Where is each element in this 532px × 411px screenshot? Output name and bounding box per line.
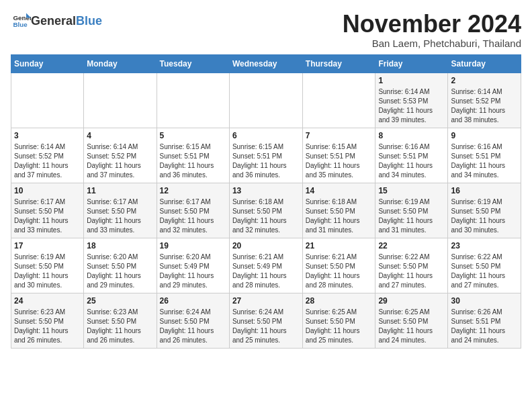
day-content: Sunrise: 6:23 AM Sunset: 5:50 PM Dayligh… bbox=[87, 308, 153, 345]
calendar-cell bbox=[302, 73, 375, 128]
day-number: 25 bbox=[87, 296, 153, 306]
day-number: 10 bbox=[14, 186, 81, 195]
day-content: Sunrise: 6:18 AM Sunset: 5:50 PM Dayligh… bbox=[232, 197, 300, 235]
location: Ban Laem, Phetchaburi, Thailand bbox=[343, 38, 521, 49]
day-number: 12 bbox=[160, 186, 226, 195]
day-number: 17 bbox=[14, 241, 81, 250]
day-number: 16 bbox=[451, 186, 518, 195]
day-number: 15 bbox=[378, 186, 445, 195]
day-number: 20 bbox=[232, 241, 300, 250]
day-content: Sunrise: 6:26 AM Sunset: 5:51 PM Dayligh… bbox=[451, 308, 518, 345]
day-content: Sunrise: 6:15 AM Sunset: 5:51 PM Dayligh… bbox=[306, 142, 373, 180]
calendar-cell: 8Sunrise: 6:16 AM Sunset: 5:51 PM Daylig… bbox=[375, 128, 448, 183]
day-content: Sunrise: 6:20 AM Sunset: 5:50 PM Dayligh… bbox=[87, 253, 153, 290]
day-content: Sunrise: 6:17 AM Sunset: 5:50 PM Dayligh… bbox=[14, 197, 81, 235]
calendar-cell: 1Sunrise: 6:14 AM Sunset: 5:53 PM Daylig… bbox=[375, 73, 448, 128]
day-content: Sunrise: 6:21 AM Sunset: 5:49 PM Dayligh… bbox=[232, 253, 300, 290]
day-content: Sunrise: 6:23 AM Sunset: 5:50 PM Dayligh… bbox=[14, 308, 81, 345]
month-title: November 2024 bbox=[343, 11, 521, 38]
day-number: 29 bbox=[378, 296, 445, 306]
calendar-cell: 30Sunrise: 6:26 AM Sunset: 5:51 PM Dayli… bbox=[448, 293, 521, 348]
calendar-cell: 21Sunrise: 6:21 AM Sunset: 5:50 PM Dayli… bbox=[302, 238, 375, 293]
day-content: Sunrise: 6:16 AM Sunset: 5:51 PM Dayligh… bbox=[378, 142, 445, 180]
calendar-cell: 29Sunrise: 6:25 AM Sunset: 5:50 PM Dayli… bbox=[375, 293, 448, 348]
day-number: 1 bbox=[378, 76, 445, 85]
header-wednesday: Wednesday bbox=[229, 54, 302, 73]
day-number: 24 bbox=[14, 296, 81, 306]
calendar-cell: 10Sunrise: 6:17 AM Sunset: 5:50 PM Dayli… bbox=[11, 183, 84, 238]
day-number: 9 bbox=[451, 131, 518, 140]
day-content: Sunrise: 6:14 AM Sunset: 5:52 PM Dayligh… bbox=[87, 142, 153, 180]
day-content: Sunrise: 6:14 AM Sunset: 5:53 PM Dayligh… bbox=[378, 87, 445, 125]
day-number: 22 bbox=[378, 241, 445, 250]
calendar-cell bbox=[11, 73, 84, 128]
day-content: Sunrise: 6:20 AM Sunset: 5:49 PM Dayligh… bbox=[160, 253, 226, 290]
calendar-cell: 18Sunrise: 6:20 AM Sunset: 5:50 PM Dayli… bbox=[84, 238, 157, 293]
calendar-cell: 19Sunrise: 6:20 AM Sunset: 5:49 PM Dayli… bbox=[157, 238, 229, 293]
calendar-cell: 14Sunrise: 6:18 AM Sunset: 5:50 PM Dayli… bbox=[302, 183, 375, 238]
day-content: Sunrise: 6:18 AM Sunset: 5:50 PM Dayligh… bbox=[306, 197, 373, 235]
calendar-cell: 12Sunrise: 6:17 AM Sunset: 5:50 PM Dayli… bbox=[157, 183, 229, 238]
week-row-3: 17Sunrise: 6:19 AM Sunset: 5:50 PM Dayli… bbox=[11, 238, 521, 293]
header-friday: Friday bbox=[375, 54, 448, 73]
day-number: 18 bbox=[87, 241, 153, 250]
day-content: Sunrise: 6:14 AM Sunset: 5:52 PM Dayligh… bbox=[451, 87, 518, 125]
day-number: 19 bbox=[160, 241, 226, 250]
day-number: 27 bbox=[232, 296, 300, 306]
calendar-cell: 6Sunrise: 6:15 AM Sunset: 5:51 PM Daylig… bbox=[229, 128, 302, 183]
week-row-4: 24Sunrise: 6:23 AM Sunset: 5:50 PM Dayli… bbox=[11, 293, 521, 348]
day-content: Sunrise: 6:17 AM Sunset: 5:50 PM Dayligh… bbox=[160, 197, 226, 235]
logo-general: General bbox=[31, 14, 76, 28]
calendar-cell: 22Sunrise: 6:22 AM Sunset: 5:50 PM Dayli… bbox=[375, 238, 448, 293]
day-number: 14 bbox=[306, 186, 373, 195]
day-content: Sunrise: 6:24 AM Sunset: 5:50 PM Dayligh… bbox=[160, 308, 226, 345]
calendar-cell: 4Sunrise: 6:14 AM Sunset: 5:52 PM Daylig… bbox=[84, 128, 157, 183]
day-content: Sunrise: 6:19 AM Sunset: 5:50 PM Dayligh… bbox=[378, 197, 445, 235]
day-content: Sunrise: 6:25 AM Sunset: 5:50 PM Dayligh… bbox=[306, 308, 373, 345]
header-tuesday: Tuesday bbox=[157, 54, 229, 73]
calendar-cell: 17Sunrise: 6:19 AM Sunset: 5:50 PM Dayli… bbox=[11, 238, 84, 293]
calendar-body: 1Sunrise: 6:14 AM Sunset: 5:53 PM Daylig… bbox=[11, 73, 521, 348]
week-row-2: 10Sunrise: 6:17 AM Sunset: 5:50 PM Dayli… bbox=[11, 183, 521, 238]
calendar-cell: 20Sunrise: 6:21 AM Sunset: 5:49 PM Dayli… bbox=[229, 238, 302, 293]
day-number: 3 bbox=[14, 131, 81, 140]
day-number: 11 bbox=[87, 186, 153, 195]
calendar-cell: 27Sunrise: 6:24 AM Sunset: 5:50 PM Dayli… bbox=[229, 293, 302, 348]
calendar-cell: 3Sunrise: 6:14 AM Sunset: 5:52 PM Daylig… bbox=[11, 128, 84, 183]
day-content: Sunrise: 6:22 AM Sunset: 5:50 PM Dayligh… bbox=[451, 253, 518, 290]
day-content: Sunrise: 6:19 AM Sunset: 5:50 PM Dayligh… bbox=[14, 253, 81, 290]
day-content: Sunrise: 6:19 AM Sunset: 5:50 PM Dayligh… bbox=[451, 197, 518, 235]
day-number: 6 bbox=[232, 131, 300, 140]
day-content: Sunrise: 6:16 AM Sunset: 5:51 PM Dayligh… bbox=[451, 142, 518, 180]
day-number: 7 bbox=[306, 131, 373, 140]
logo-icon: General Blue bbox=[12, 11, 31, 30]
logo: General Blue GeneralBlue bbox=[11, 11, 102, 32]
day-content: Sunrise: 6:15 AM Sunset: 5:51 PM Dayligh… bbox=[160, 142, 226, 180]
day-content: Sunrise: 6:25 AM Sunset: 5:50 PM Dayligh… bbox=[378, 308, 445, 345]
calendar-cell: 5Sunrise: 6:15 AM Sunset: 5:51 PM Daylig… bbox=[157, 128, 229, 183]
day-number: 23 bbox=[451, 241, 518, 250]
calendar-cell: 26Sunrise: 6:24 AM Sunset: 5:50 PM Dayli… bbox=[157, 293, 229, 348]
calendar-cell: 16Sunrise: 6:19 AM Sunset: 5:50 PM Dayli… bbox=[448, 183, 521, 238]
calendar-cell: 13Sunrise: 6:18 AM Sunset: 5:50 PM Dayli… bbox=[229, 183, 302, 238]
header-saturday: Saturday bbox=[448, 54, 521, 73]
header-monday: Monday bbox=[84, 54, 157, 73]
calendar-cell: 15Sunrise: 6:19 AM Sunset: 5:50 PM Dayli… bbox=[375, 183, 448, 238]
day-number: 8 bbox=[378, 131, 445, 140]
calendar-cell: 9Sunrise: 6:16 AM Sunset: 5:51 PM Daylig… bbox=[448, 128, 521, 183]
calendar-cell bbox=[229, 73, 302, 128]
day-content: Sunrise: 6:24 AM Sunset: 5:50 PM Dayligh… bbox=[232, 308, 300, 345]
day-number: 30 bbox=[451, 296, 518, 306]
day-number: 21 bbox=[306, 241, 373, 250]
calendar-cell: 11Sunrise: 6:17 AM Sunset: 5:50 PM Dayli… bbox=[84, 183, 157, 238]
day-number: 5 bbox=[160, 131, 226, 140]
calendar-cell: 23Sunrise: 6:22 AM Sunset: 5:50 PM Dayli… bbox=[448, 238, 521, 293]
svg-text:Blue: Blue bbox=[13, 21, 28, 28]
day-content: Sunrise: 6:21 AM Sunset: 5:50 PM Dayligh… bbox=[306, 253, 373, 290]
calendar-header: Sunday Monday Tuesday Wednesday Thursday… bbox=[11, 54, 521, 73]
day-content: Sunrise: 6:22 AM Sunset: 5:50 PM Dayligh… bbox=[378, 253, 445, 290]
day-number: 26 bbox=[160, 296, 226, 306]
title-area: November 2024 Ban Laem, Phetchaburi, Tha… bbox=[343, 11, 521, 49]
day-content: Sunrise: 6:17 AM Sunset: 5:50 PM Dayligh… bbox=[87, 197, 153, 235]
day-number: 4 bbox=[87, 131, 153, 140]
